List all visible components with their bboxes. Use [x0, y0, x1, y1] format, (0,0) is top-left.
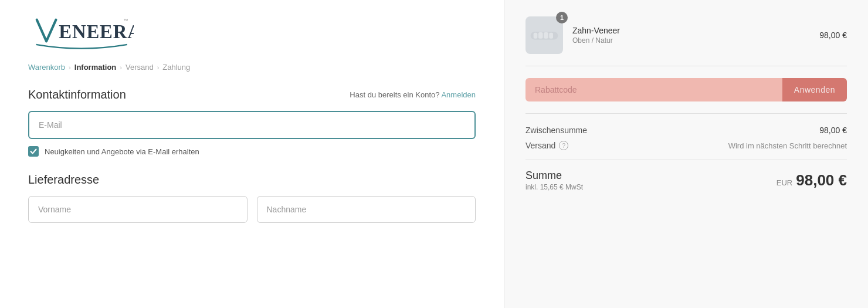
total-right: EUR 98,00 € — [777, 171, 847, 189]
newsletter-checkbox[interactable] — [28, 146, 39, 157]
lastname-input[interactable] — [257, 196, 476, 223]
svg-rect-5 — [544, 32, 548, 39]
breadcrumb-versand: Versand — [126, 63, 154, 72]
summary-rows: Zwischensumme 98,00 € Versand ? Wird im … — [525, 126, 847, 160]
breadcrumb: Warenkorb › Information › Versand › Zahl… — [28, 63, 476, 72]
login-link[interactable]: Anmelden — [441, 90, 476, 99]
subtotal-value: 98,00 € — [819, 126, 847, 135]
firstname-input[interactable] — [28, 196, 247, 223]
svg-rect-6 — [549, 33, 553, 39]
total-amount: 98,00 € — [796, 171, 847, 189]
left-panel: ENEERA ™ Warenkorb › Information › Versa… — [0, 0, 504, 308]
right-panel: 1 Zahn-Veneer Oben / Natur 98,00 € Anwen… — [504, 0, 868, 308]
delivery-title: Lieferadresse — [28, 173, 476, 187]
newsletter-label: Neuigkeiten und Angebote via E-Mail erha… — [45, 147, 199, 156]
contact-title: Kontaktinformation — [28, 88, 126, 101]
svg-rect-3 — [534, 33, 538, 39]
product-variant: Oben / Natur — [572, 36, 810, 45]
logo: ENEERA ™ — [28, 14, 476, 51]
discount-input[interactable] — [525, 78, 782, 101]
product-row: 1 Zahn-Veneer Oben / Natur 98,00 € — [525, 16, 847, 66]
total-currency: EUR — [777, 178, 792, 187]
svg-rect-4 — [538, 32, 543, 39]
contact-section-header: Kontaktinformation Hast du bereits ein K… — [28, 88, 476, 101]
product-price: 98,00 € — [819, 31, 847, 40]
product-image-wrap: 1 — [525, 16, 563, 54]
product-info: Zahn-Veneer Oben / Natur — [572, 26, 810, 45]
chevron-icon: › — [157, 64, 160, 71]
shipping-calc-text: Wird im nächsten Schritt berechnet — [728, 141, 847, 150]
subtotal-row: Zwischensumme 98,00 € — [525, 126, 847, 135]
quantity-badge: 1 — [556, 12, 568, 23]
email-input[interactable] — [28, 111, 476, 139]
total-left: Summe inkl. 15,65 € MwSt — [525, 170, 583, 191]
discount-row: Anwenden — [525, 78, 847, 114]
chevron-icon: › — [69, 64, 71, 71]
shipping-help-icon[interactable]: ? — [559, 141, 568, 150]
breadcrumb-warenkorb[interactable]: Warenkorb — [28, 63, 65, 72]
breadcrumb-zahlung: Zahlung — [162, 63, 190, 72]
discount-apply-button[interactable]: Anwenden — [782, 78, 847, 101]
shipping-row: Versand ? Wird im nächsten Schritt berec… — [525, 141, 847, 150]
subtotal-label: Zwischensumme — [525, 126, 587, 135]
product-name: Zahn-Veneer — [572, 26, 810, 35]
tax-info: inkl. 15,65 € MwSt — [525, 183, 583, 191]
email-input-wrapper — [28, 111, 476, 139]
login-hint: Hast du bereits ein Konto? Anmelden — [350, 90, 476, 99]
svg-text:™: ™ — [123, 18, 128, 23]
name-row — [28, 196, 476, 223]
breadcrumb-information: Information — [74, 63, 117, 72]
chevron-icon: › — [120, 64, 122, 71]
newsletter-row: Neuigkeiten und Angebote via E-Mail erha… — [28, 146, 476, 157]
product-image — [525, 16, 563, 54]
total-row: Summe inkl. 15,65 € MwSt EUR 98,00 € — [525, 170, 847, 191]
svg-text:ENEERA: ENEERA — [59, 21, 134, 42]
shipping-label: Versand ? — [525, 141, 568, 150]
total-label: Summe — [525, 170, 583, 182]
